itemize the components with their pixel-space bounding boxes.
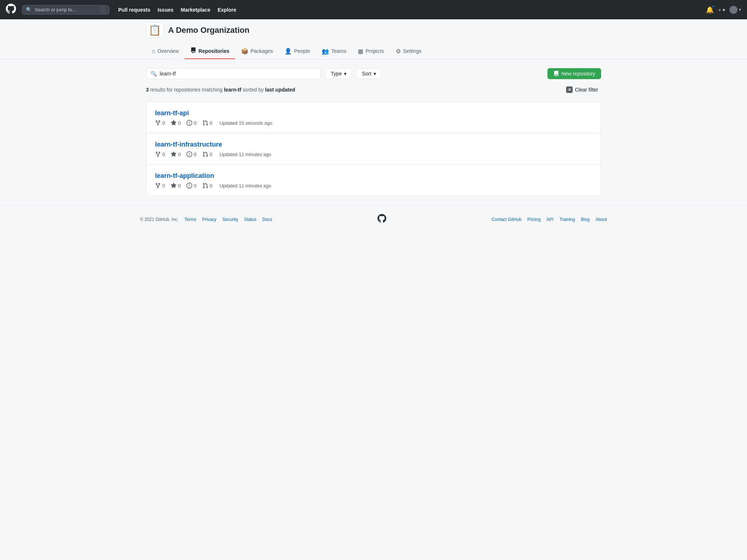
footer-github-logo bbox=[378, 214, 386, 225]
header-actions: 🔔 + ▾ ▾ bbox=[706, 6, 741, 14]
chevron-down-icon: ▾ bbox=[739, 7, 741, 12]
page-footer: © 2021 GitHub, Inc. Terms Privacy Securi… bbox=[0, 205, 747, 234]
org-name: A Demo Organization bbox=[168, 26, 249, 35]
filter-results-row: 3 results for repositories matching lear… bbox=[146, 85, 601, 94]
clear-filter-button[interactable]: ✕ Clear filter bbox=[563, 85, 601, 94]
repo-updated-time: Updated 11 minutes ago bbox=[220, 183, 271, 188]
tab-settings-label: Settings bbox=[403, 48, 422, 54]
org-nav: ⌂ Overview Repositories 📦 Packages 👤 Peo… bbox=[146, 44, 601, 59]
footer-pricing-link[interactable]: Pricing bbox=[527, 217, 541, 222]
sort-by-value: last updated bbox=[265, 87, 295, 93]
new-repo-label: New repository bbox=[561, 71, 595, 77]
table-row: learn-tf-application 0 0 0 0 bbox=[146, 165, 601, 196]
org-section: 📋 A Demo Organization ⌂ Overview Reposit… bbox=[0, 19, 747, 59]
tab-teams-label: Teams bbox=[331, 48, 346, 54]
repo-search-input[interactable] bbox=[160, 71, 316, 77]
repo-link-learn-tf-infrastructure[interactable]: learn-tf-infrastructure bbox=[155, 141, 222, 148]
sort-label: Sort bbox=[362, 71, 371, 77]
package-icon: 📦 bbox=[241, 48, 248, 55]
repo-search-row: 🔍 Type ▾ Sort ▾ New repository bbox=[146, 68, 601, 79]
repo-stats-learn-tf-application: 0 0 0 0 Updated 11 minutes ago bbox=[155, 183, 592, 188]
search-input[interactable] bbox=[35, 7, 97, 12]
tab-packages[interactable]: 📦 Packages bbox=[235, 44, 279, 59]
tab-settings[interactable]: ⚙ Settings bbox=[390, 44, 427, 59]
repo-updated-time: Updated 11 minutes ago bbox=[220, 152, 271, 157]
home-icon: ⌂ bbox=[152, 48, 155, 54]
issue-count: 0 bbox=[186, 151, 196, 157]
tab-overview-label: Overview bbox=[158, 48, 179, 54]
footer-left: © 2021 GitHub, Inc. Terms Privacy Securi… bbox=[140, 217, 272, 222]
table-row: learn-tf-api 0 0 0 0 Updated bbox=[146, 102, 601, 133]
repo-search-box[interactable]: 🔍 bbox=[146, 68, 321, 79]
footer-copyright: © 2021 GitHub, Inc. bbox=[140, 217, 179, 222]
pull-requests-link[interactable]: Pull requests bbox=[118, 7, 150, 13]
notifications-button[interactable]: 🔔 bbox=[706, 6, 714, 14]
fork-count: 0 bbox=[155, 120, 165, 126]
user-menu-button[interactable]: ▾ bbox=[729, 6, 741, 14]
issues-link[interactable]: Issues bbox=[158, 7, 174, 13]
tab-repositories-label: Repositories bbox=[198, 48, 229, 54]
tab-teams[interactable]: 👥 Teams bbox=[316, 44, 352, 59]
issue-count: 0 bbox=[186, 120, 196, 126]
star-count: 0 bbox=[171, 183, 181, 188]
header-nav: Pull requests Issues Marketplace Explore bbox=[118, 7, 236, 13]
search-icon: 🔍 bbox=[26, 7, 32, 12]
table-row: learn-tf-infrastructure 0 0 0 0 bbox=[146, 133, 601, 165]
create-new-button[interactable]: + ▾ bbox=[718, 7, 725, 13]
footer-status-link[interactable]: Status bbox=[244, 217, 256, 222]
teams-icon: 👥 bbox=[322, 48, 329, 55]
settings-icon: ⚙ bbox=[396, 48, 401, 55]
org-icon: 📋 bbox=[146, 22, 164, 38]
repository-list: learn-tf-api 0 0 0 0 Updated bbox=[146, 102, 601, 196]
notification-badge bbox=[712, 5, 715, 8]
explore-link[interactable]: Explore bbox=[217, 7, 236, 13]
clear-filter-label: Clear filter bbox=[575, 87, 598, 93]
tab-projects[interactable]: ▦ Projects bbox=[352, 44, 390, 59]
footer-terms-link[interactable]: Terms bbox=[185, 217, 197, 222]
filter-query: learn-tf bbox=[224, 87, 241, 93]
type-chevron-icon: ▾ bbox=[344, 71, 347, 77]
repo-updated-time: Updated 15 seconds ago bbox=[220, 120, 272, 126]
footer-security-link[interactable]: Security bbox=[222, 217, 238, 222]
filter-results-text: 3 results for repositories matching lear… bbox=[146, 87, 295, 93]
tab-repositories[interactable]: Repositories bbox=[185, 44, 235, 59]
pr-count: 0 bbox=[202, 151, 212, 157]
footer-about-link[interactable]: About bbox=[596, 217, 607, 222]
footer-contact-link[interactable]: Contact GitHub bbox=[492, 217, 522, 222]
repo-stats-learn-tf-api: 0 0 0 0 Updated 15 seconds ago bbox=[155, 120, 592, 126]
clear-filter-icon: ✕ bbox=[566, 86, 573, 93]
github-logo[interactable] bbox=[6, 4, 16, 16]
type-label: Type bbox=[331, 71, 342, 77]
slash-shortcut: / bbox=[100, 7, 105, 13]
sort-chevron-icon: ▾ bbox=[374, 71, 376, 77]
footer-privacy-link[interactable]: Privacy bbox=[202, 217, 216, 222]
footer-blog-link[interactable]: Blog bbox=[581, 217, 590, 222]
footer-right: Contact GitHub Pricing API Training Blog… bbox=[492, 217, 607, 222]
repo-link-learn-tf-application[interactable]: learn-tf-application bbox=[155, 172, 214, 179]
sort-dropdown[interactable]: Sort ▾ bbox=[356, 68, 382, 79]
repo-search-icon: 🔍 bbox=[151, 71, 157, 77]
footer-training-link[interactable]: Training bbox=[560, 217, 575, 222]
type-dropdown[interactable]: Type ▾ bbox=[325, 68, 352, 79]
repo-icon bbox=[190, 47, 196, 55]
tab-packages-label: Packages bbox=[251, 48, 273, 54]
result-count: 3 bbox=[146, 87, 149, 93]
tab-overview[interactable]: ⌂ Overview bbox=[146, 44, 185, 59]
star-count: 0 bbox=[171, 120, 181, 126]
footer-inner: © 2021 GitHub, Inc. Terms Privacy Securi… bbox=[140, 214, 607, 225]
tab-people[interactable]: 👤 People bbox=[279, 44, 316, 59]
footer-api-link[interactable]: API bbox=[546, 217, 553, 222]
new-repository-button[interactable]: New repository bbox=[547, 68, 601, 79]
pr-count: 0 bbox=[202, 120, 212, 126]
fork-count: 0 bbox=[155, 151, 165, 157]
projects-icon: ▦ bbox=[358, 48, 363, 55]
tab-people-label: People bbox=[294, 48, 310, 54]
header-search-box[interactable]: 🔍 / bbox=[22, 5, 109, 15]
fork-count: 0 bbox=[155, 183, 165, 188]
marketplace-link[interactable]: Marketplace bbox=[181, 7, 210, 13]
repo-link-learn-tf-api[interactable]: learn-tf-api bbox=[155, 109, 189, 117]
people-icon: 👤 bbox=[285, 48, 292, 55]
pr-count: 0 bbox=[202, 183, 212, 188]
footer-docs-link[interactable]: Docs bbox=[262, 217, 272, 222]
tab-projects-label: Projects bbox=[365, 48, 384, 54]
